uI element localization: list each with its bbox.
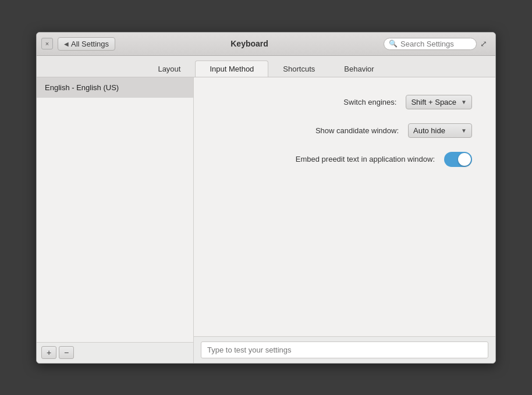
chevron-down-icon: ▼ [461,99,467,105]
embed-preedit-label: Embed preedit text in application window… [296,155,435,163]
tab-behavior[interactable]: Behavior [329,61,388,77]
all-settings-button[interactable]: ◀ All Settings [58,37,115,51]
list-actions: + − [37,342,193,363]
embed-preedit-row: Embed preedit text in application window… [217,152,472,167]
expand-button[interactable]: ⤢ [477,37,491,51]
toggle-knob [458,153,471,166]
add-input-method-button[interactable]: + [41,346,56,359]
show-candidate-value: Auto hide [413,126,445,135]
back-arrow-icon: ◀ [64,41,69,47]
test-input[interactable] [201,341,488,358]
switch-engines-label: Switch engines: [343,98,396,106]
test-input-area [194,336,495,363]
tabs-bar: Layout Input Method Shortcuts Behavior [37,56,495,77]
embed-preedit-toggle[interactable] [444,152,472,167]
search-icon: 🔍 [389,40,398,48]
switch-engines-value: Shift + Space [411,98,456,106]
list-item[interactable]: English - English (US) [37,77,193,98]
window-title: Keyboard [115,39,384,48]
language-list: English - English (US) [37,77,193,342]
show-candidate-row: Show candidate window: Auto hide ▼ [217,123,472,138]
main-content: English - English (US) + − Switch engine… [37,77,495,363]
search-box[interactable]: 🔍 [384,38,477,50]
show-candidate-label: Show candidate window: [315,126,399,135]
left-panel: English - English (US) + − [37,77,194,363]
switch-engines-row: Switch engines: Shift + Space ▼ [217,95,472,109]
tab-layout[interactable]: Layout [143,61,195,77]
settings-area: Switch engines: Shift + Space ▼ Show can… [194,77,495,336]
all-settings-label: All Settings [71,40,109,48]
search-input[interactable] [400,40,470,48]
switch-engines-dropdown[interactable]: Shift + Space ▼ [406,95,472,109]
remove-input-method-button[interactable]: − [59,346,74,359]
close-button[interactable]: × [41,38,53,49]
keyboard-window: × ◀ All Settings Keyboard 🔍 ⤢ Layout Inp… [36,32,496,364]
chevron-down-icon: ▼ [461,127,467,134]
tab-input-method[interactable]: Input Method [195,61,268,77]
titlebar: × ◀ All Settings Keyboard 🔍 ⤢ [37,33,495,56]
show-candidate-dropdown[interactable]: Auto hide ▼ [408,123,472,138]
right-panel: Switch engines: Shift + Space ▼ Show can… [194,77,495,363]
tab-shortcuts[interactable]: Shortcuts [268,61,329,77]
